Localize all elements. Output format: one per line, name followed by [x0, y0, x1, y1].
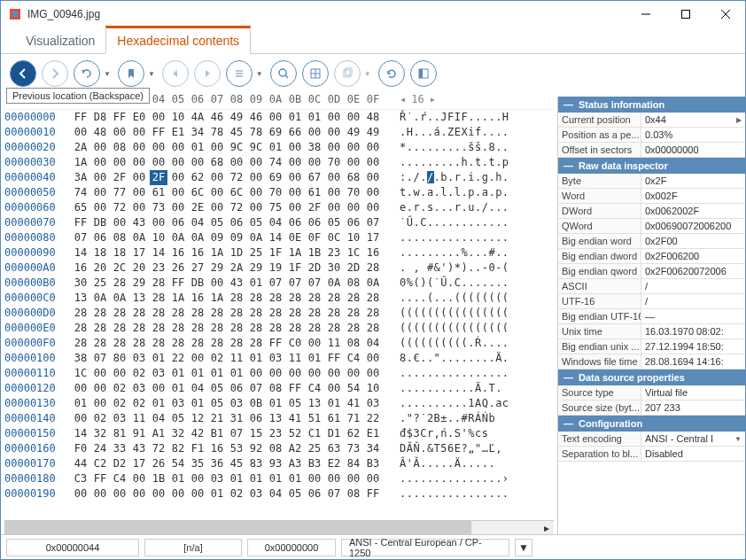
hex-row[interactable]: 000001200000020300010405060708FFC4005410…: [4, 381, 554, 396]
hex-byte[interactable]: 28: [169, 321, 187, 336]
hex-byte[interactable]: 00: [189, 155, 206, 170]
hex-byte[interactable]: 72: [228, 200, 245, 215]
hex-byte[interactable]: 28: [267, 321, 284, 336]
hex-byte[interactable]: 00: [286, 200, 304, 215]
panel-button[interactable]: [410, 60, 437, 87]
hex-byte[interactable]: 41: [345, 396, 362, 411]
hex-row[interactable]: 00000160F02433437282F116539208A225637334…: [4, 441, 554, 456]
hex-ascii[interactable]: ...............›: [400, 471, 509, 486]
hex-byte[interactable]: FF: [91, 471, 109, 486]
hex-byte[interactable]: 28: [111, 336, 128, 351]
hex-byte[interactable]: 00: [150, 486, 167, 502]
hex-byte[interactable]: 03: [130, 381, 148, 396]
hex-byte[interactable]: 28: [228, 336, 245, 351]
hex-byte[interactable]: 02: [130, 366, 148, 381]
hex-byte[interactable]: 34: [189, 125, 206, 140]
hex-byte[interactable]: 08: [267, 441, 284, 456]
hex-byte[interactable]: 13: [130, 291, 148, 306]
hex-byte[interactable]: E1: [364, 426, 382, 441]
hex-byte[interactable]: 2D: [306, 261, 323, 276]
hex-byte[interactable]: 19: [267, 261, 284, 276]
hex-row[interactable]: 0000017044C2D21726543536458393A3B3E284B3…: [4, 456, 554, 471]
hex-ascii[interactable]: ....(...((((((((: [400, 291, 509, 306]
hex-byte[interactable]: 71: [345, 411, 362, 426]
hex-byte[interactable]: 11: [325, 336, 343, 351]
hex-byte[interactable]: 17: [364, 230, 382, 245]
hex-byte[interactable]: 00: [130, 140, 148, 155]
hex-byte[interactable]: 1A: [286, 245, 304, 261]
hex-byte[interactable]: 30: [325, 261, 343, 276]
property-row[interactable]: ASCII/: [558, 279, 745, 294]
hex-byte[interactable]: 00: [150, 215, 167, 230]
hex-byte[interactable]: 1F: [286, 261, 304, 276]
hex-byte[interactable]: 07: [72, 230, 89, 245]
hex-row[interactable]: 000000507400770061006C006C00700061007000…: [4, 185, 554, 200]
hex-byte[interactable]: 00: [286, 140, 304, 155]
hex-offset[interactable]: 00000070: [4, 215, 72, 230]
hex-byte[interactable]: 01: [306, 351, 323, 366]
redo-button[interactable]: [74, 60, 100, 87]
hex-byte[interactable]: 1A: [208, 291, 226, 306]
hex-byte[interactable]: 28: [150, 291, 167, 306]
hex-byte[interactable]: 43: [228, 276, 245, 291]
hex-byte[interactable]: 05: [325, 215, 343, 230]
hex-ascii[interactable]: ................: [400, 366, 509, 381]
hex-byte[interactable]: 00: [286, 185, 304, 200]
hex-row[interactable]: 0000014000020311040512213106134151617122…: [4, 411, 554, 426]
hex-byte[interactable]: A3: [286, 456, 304, 471]
hex-byte[interactable]: 00: [72, 411, 89, 426]
hex-body[interactable]: 00000000FFD8FFE000104A464946000101000048…: [4, 110, 554, 520]
hex-byte[interactable]: 0C: [325, 230, 343, 245]
hex-byte[interactable]: 2F: [111, 170, 128, 185]
hex-ascii[interactable]: . , #&')*)..-0-(: [400, 261, 509, 276]
hex-byte[interactable]: 00: [325, 381, 343, 396]
hex-byte[interactable]: 1F: [267, 245, 284, 261]
hex-byte[interactable]: 00: [325, 471, 343, 486]
hex-byte[interactable]: C0: [286, 336, 304, 351]
hex-byte[interactable]: 28: [364, 261, 382, 276]
hex-byte[interactable]: 05: [169, 411, 187, 426]
hex-byte[interactable]: 49: [364, 125, 382, 140]
hex-offset[interactable]: 00000040: [4, 170, 72, 185]
grid-button[interactable]: [302, 60, 329, 87]
hex-byte[interactable]: B3: [364, 456, 382, 471]
property-value[interactable]: 16.03.1970 08:02:: [641, 324, 745, 338]
hex-byte[interactable]: 08: [345, 336, 362, 351]
hex-byte[interactable]: 00: [91, 366, 109, 381]
hex-byte[interactable]: 24: [91, 441, 109, 456]
hex-byte[interactable]: 0A: [130, 230, 148, 245]
hex-byte[interactable]: 1B: [306, 245, 323, 261]
property-row[interactable]: Word0x002F: [558, 189, 745, 204]
hex-byte[interactable]: 16: [189, 245, 206, 261]
hex-byte[interactable]: 01: [306, 110, 323, 125]
hex-byte[interactable]: 05: [208, 381, 226, 396]
hex-row[interactable]: 000000403A002F002F0062007200690067006800…: [4, 170, 554, 185]
hex-byte[interactable]: 01: [228, 366, 245, 381]
hex-row[interactable]: 00000070FFDB0043000604050605040606050607…: [4, 215, 554, 230]
hex-byte[interactable]: 00: [111, 155, 128, 170]
hex-byte[interactable]: 04: [150, 411, 167, 426]
hex-byte[interactable]: 00: [130, 185, 148, 200]
hex-byte[interactable]: 00: [286, 366, 304, 381]
dropdown-arrow-icon[interactable]: ▼: [364, 70, 371, 78]
hex-byte[interactable]: 00: [208, 276, 226, 291]
hex-byte[interactable]: 03: [228, 396, 245, 411]
hex-byte[interactable]: 06: [169, 215, 187, 230]
hex-byte[interactable]: 2D: [345, 261, 362, 276]
hex-byte[interactable]: 03: [247, 486, 265, 502]
hex-byte[interactable]: 54: [345, 381, 362, 396]
hex-byte[interactable]: 28: [91, 321, 109, 336]
hex-byte[interactable]: 28: [228, 306, 245, 321]
hex-offset[interactable]: 00000000: [4, 110, 72, 125]
hex-byte[interactable]: B3: [306, 456, 323, 471]
hex-byte[interactable]: 28: [208, 336, 226, 351]
hex-byte[interactable]: 16: [208, 441, 226, 456]
hex-byte[interactable]: C1: [306, 426, 323, 441]
hex-byte[interactable]: 28: [111, 276, 128, 291]
hex-ascii[interactable]: .H...á.ZEXif....: [400, 125, 509, 140]
hex-row[interactable]: 000001300100020201030105030B010513014103…: [4, 396, 554, 411]
hex-byte[interactable]: 10: [345, 230, 362, 245]
hex-byte[interactable]: 00: [208, 140, 226, 155]
hex-byte[interactable]: 0A: [91, 291, 109, 306]
hex-byte[interactable]: 01: [228, 471, 245, 486]
